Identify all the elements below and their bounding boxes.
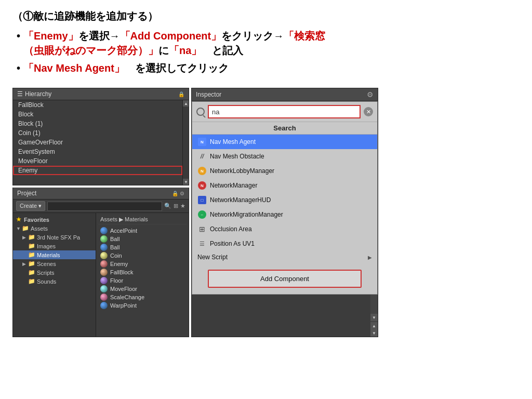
asset-accelpoint[interactable]: AccelPoint bbox=[98, 227, 187, 235]
asset-warppoint[interactable]: WarpPoint bbox=[98, 301, 187, 310]
bullet-dot-2: • bbox=[17, 61, 20, 75]
dropdown-new-script[interactable]: New Script ▶ bbox=[192, 251, 377, 263]
h-item-coin1[interactable]: Coin (1) bbox=[13, 128, 182, 138]
search-section-header: Search bbox=[192, 122, 377, 135]
arrow-icon: ▼ bbox=[16, 226, 20, 231]
add-component-button[interactable]: Add Component bbox=[208, 270, 362, 288]
bullet-2: • 「Nav Mesh Agent」 を選択してクリック bbox=[17, 61, 520, 75]
h-item-eventsystem[interactable]: EventSystem bbox=[13, 147, 182, 156]
h-item-gameoverfloor[interactable]: GameOverFloor bbox=[13, 138, 182, 147]
tree-sounds[interactable]: 📁 Sounds bbox=[13, 277, 96, 286]
asset-ball-icon bbox=[100, 269, 108, 276]
tree-materials[interactable]: 📁 Materials bbox=[13, 250, 96, 259]
project-star-icon[interactable]: ★ bbox=[180, 203, 185, 209]
project-search-icon[interactable]: 🔍 bbox=[164, 203, 171, 209]
bullet-dot-1: • bbox=[17, 29, 20, 58]
scroll-down-btn[interactable]: ▼ bbox=[370, 314, 378, 321]
hierarchy-title: ☰ bbox=[17, 90, 23, 98]
occlusion-icon: ⊞ bbox=[197, 224, 207, 234]
asset-ball-green[interactable]: Ball bbox=[98, 235, 187, 243]
hierarchy-scrollbar[interactable]: ▲ ▼ bbox=[182, 100, 189, 185]
asset-scalechange[interactable]: ScaleChange bbox=[98, 293, 187, 301]
scroll-down[interactable]: ▼ bbox=[183, 179, 189, 185]
scroll-down-btn2[interactable]: ▼ bbox=[370, 329, 378, 337]
bullet-2-text: 「Nav Mesh Agent」 を選択してクリック bbox=[23, 61, 229, 75]
networkmanager-label: NetworkManager bbox=[210, 182, 257, 189]
h-item-movefloor[interactable]: MoveFloor bbox=[13, 156, 182, 166]
hierarchy-panel: ☰ Hierarchy 🔒 FallBlock Block Block (1) … bbox=[12, 88, 189, 185]
network-square-icon: □ bbox=[197, 195, 207, 205]
dropdown-occlusion[interactable]: ⊞ Occlusion Area bbox=[192, 222, 377, 236]
project-main: Assets ▶ Materials AccelPoint Ball Ball bbox=[96, 213, 189, 337]
h-item-enemy[interactable]: Enemy bbox=[13, 166, 182, 175]
networklobby-label: NetworkLobbyManager bbox=[210, 167, 274, 175]
dropdown-networkmanager[interactable]: N NetworkManager bbox=[192, 178, 377, 193]
tree-scenes[interactable]: ▶ 📁 Scenes bbox=[13, 259, 96, 268]
star-icon: ★ bbox=[16, 216, 21, 223]
new-script-label: New Script bbox=[197, 254, 228, 261]
bullet-1-text: 「Enemy」を選択→「Add Component」をクリック→「検索窓 （虫眼… bbox=[23, 29, 325, 58]
asset-coin[interactable]: Coin bbox=[98, 251, 187, 260]
occlusion-label: Occlusion Area bbox=[210, 225, 252, 233]
asset-movefloor[interactable]: MoveFloor bbox=[98, 285, 187, 293]
dropdown-position-uv1[interactable]: ☰ Position As UV1 bbox=[192, 236, 377, 251]
network-orange-icon: N bbox=[197, 166, 207, 176]
dropdown-nav-mesh-agent[interactable]: N Nav Mesh Agent bbox=[192, 135, 377, 149]
scroll-track bbox=[183, 107, 189, 179]
inspector-body: Is M C R U R A bbox=[192, 101, 378, 337]
h-item-block1[interactable]: Block (1) bbox=[13, 119, 182, 128]
arrow-icon: ▶ bbox=[22, 261, 26, 267]
scroll-up[interactable]: ▲ bbox=[183, 100, 189, 107]
hierarchy-items: FallBlock Block Block (1) Coin (1) GameO… bbox=[13, 100, 182, 185]
asset-floor[interactable]: Floor bbox=[98, 276, 187, 285]
asset-fallblock[interactable]: FallBlock bbox=[98, 268, 187, 276]
text-section: （①敵に追跡機能を追加する） • 「Enemy」を選択→「Add Compone… bbox=[0, 0, 532, 83]
position-uv1-label: Position As UV1 bbox=[210, 240, 255, 247]
asset-ball-icon bbox=[100, 244, 108, 251]
new-script-arrow-icon: ▶ bbox=[368, 255, 372, 260]
scroll-up-btn2[interactable]: ▲ bbox=[370, 322, 378, 329]
project-content: ★ Favorites ▼ 📁 Assets ▶ 📁 3rd Note SFX … bbox=[13, 213, 189, 337]
create-button[interactable]: Create ▾ bbox=[16, 201, 45, 211]
asset-ball-icon bbox=[100, 285, 108, 292]
network-green-icon: ↔ bbox=[197, 210, 207, 219]
dropdown-networkmanagerhud[interactable]: □ NetworkManagerHUD bbox=[192, 193, 377, 207]
folder-icon: 📁 bbox=[28, 234, 35, 241]
asset-ball-icon bbox=[100, 294, 108, 301]
search-input-field[interactable] bbox=[208, 105, 361, 118]
folder-icon: 📁 bbox=[28, 269, 35, 276]
tree-3rdnote[interactable]: ▶ 📁 3rd Note SFX Pa bbox=[13, 233, 96, 242]
nav-agent-label: Nav Mesh Agent bbox=[210, 138, 256, 145]
tree-assets[interactable]: ▼ 📁 Assets bbox=[13, 224, 96, 233]
project-panel: Project 🔒 ⚙ Create ▾ 🔍 ⊞ ★ ★ Favorites bbox=[12, 188, 189, 337]
project-filter-icon[interactable]: ⊞ bbox=[174, 203, 178, 209]
dropdown-networklobby[interactable]: N NetworkLobbyManager bbox=[192, 164, 377, 178]
h-item-block[interactable]: Block bbox=[13, 110, 182, 119]
networkmanagerhud-label: NetworkManagerHUD bbox=[210, 196, 271, 204]
dropdown-networkmigration[interactable]: ↔ NetworkMigrationManager bbox=[192, 207, 377, 222]
inspector-header: Inspector ⚙ bbox=[192, 88, 378, 101]
hierarchy-header: ☰ Hierarchy 🔒 bbox=[13, 88, 189, 100]
hierarchy-content: FallBlock Block Block (1) Coin (1) GameO… bbox=[13, 100, 189, 185]
folder-icon: 📁 bbox=[28, 251, 35, 258]
tree-scripts[interactable]: 📁 Scripts bbox=[13, 268, 96, 277]
project-search-input[interactable] bbox=[47, 202, 162, 211]
clear-search-button[interactable]: ✕ bbox=[364, 107, 373, 116]
assets-breadcrumb: Assets ▶ Materials bbox=[98, 215, 187, 224]
asset-ball-blue[interactable]: Ball bbox=[98, 243, 187, 251]
favorites-item[interactable]: ★ Favorites bbox=[13, 215, 96, 224]
project-lock: 🔒 ⚙ bbox=[172, 191, 184, 196]
folder-icon: 📁 bbox=[22, 225, 29, 232]
dropdown-nav-mesh-obstacle[interactable]: // Nav Mesh Obstacle bbox=[192, 149, 377, 164]
search-circle-icon bbox=[196, 108, 205, 116]
inspector-panel: Inspector ⚙ Is M C R U bbox=[191, 88, 378, 337]
inspector-gear-icon[interactable]: ⚙ bbox=[367, 90, 374, 99]
add-component-section: Add Component bbox=[192, 263, 377, 294]
h-item-fallblock[interactable]: FallBlock bbox=[13, 100, 182, 110]
tree-images[interactable]: 📁 Images bbox=[13, 242, 96, 250]
position-icon: ☰ bbox=[197, 239, 207, 248]
asset-enemy[interactable]: Enemy bbox=[98, 260, 187, 268]
networkmigration-label: NetworkMigrationManager bbox=[210, 211, 283, 218]
asset-ball-icon bbox=[100, 260, 108, 268]
search-input-row: ✕ bbox=[192, 102, 377, 122]
